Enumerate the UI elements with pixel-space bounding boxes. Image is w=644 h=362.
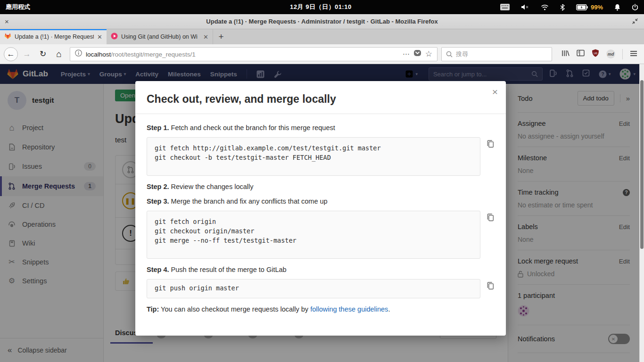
home-button[interactable]: ⌂	[52, 47, 66, 61]
window-title: Update a (!1) · Merge Requests · Adminis…	[206, 18, 438, 25]
video-site-favicon	[111, 33, 118, 41]
new-tab-button[interactable]: +	[213, 29, 229, 44]
reload-button[interactable]: ↻	[36, 47, 50, 61]
url-bar[interactable]: localhost/root/testgit/merge_requests/1 …	[70, 47, 438, 61]
modal-close-button[interactable]: ×	[492, 86, 498, 98]
wifi-icon[interactable]	[541, 4, 549, 10]
system-clock[interactable]: 12月 9日（日）01:10	[290, 3, 352, 11]
volume-muted-icon[interactable]	[521, 4, 529, 10]
copy-icon[interactable]	[487, 213, 495, 223]
modal-title: Check out, review, and merge locally	[147, 93, 495, 106]
copy-icon[interactable]	[487, 281, 495, 292]
tab-gitlab-merge-request[interactable]: Update a (!1) · Merge Request ✕	[0, 29, 107, 44]
back-button[interactable]: ←	[4, 47, 18, 61]
window-close-button[interactable]: ×	[5, 18, 9, 25]
pocket-icon[interactable]	[413, 49, 421, 59]
url-path: /root/testgit/merge_requests/1	[111, 51, 195, 58]
tab-close-icon[interactable]: ✕	[203, 33, 208, 41]
copy-icon[interactable]	[487, 140, 495, 150]
browser-search-bar[interactable]	[441, 47, 552, 61]
code-block-merge[interactable]: git fetch origin git checkout origin/mas…	[147, 211, 480, 259]
gitlab-page: GitLab Projects▾ Groups▾ Activity Milest…	[0, 64, 644, 362]
browser-toolbar: ← → ↻ ⌂ localhost/root/testgit/merge_req…	[0, 44, 644, 64]
battery-indicator[interactable]: 99%	[576, 4, 603, 11]
keyboard-layout-icon[interactable]	[500, 4, 510, 10]
window-restore-button[interactable]	[632, 18, 638, 26]
page-actions-icon[interactable]: ⋯	[403, 50, 410, 58]
menu-icon[interactable]	[630, 50, 637, 58]
step-2: Step 2. Review the changes locally	[147, 183, 495, 190]
svg-text:U0: U0	[594, 52, 597, 55]
check-out-merge-modal: Check out, review, and merge locally × S…	[135, 81, 506, 336]
markdown-addon-icon[interactable]: md	[606, 49, 615, 58]
tab-using-git[interactable]: Using Git (and GitHub) on Wi ✕	[107, 29, 213, 44]
tab-bar: Update a (!1) · Merge Request ✕ Using Gi…	[0, 29, 644, 44]
step-4: Step 4. Push the result of the merge to …	[147, 266, 495, 273]
tab-title: Using Git (and GitHub) on Wi	[121, 33, 200, 40]
guidelines-link[interactable]: following these guidelines	[310, 305, 388, 313]
code-block-fetch-checkout[interactable]: git fetch http://gitlab.example.com/test…	[147, 137, 480, 176]
bookmark-star-icon[interactable]: ☆	[425, 49, 432, 59]
battery-percent: 99%	[591, 4, 603, 11]
tip-text: Tip: You can also checkout merge request…	[147, 305, 495, 313]
forward-button[interactable]: →	[20, 47, 34, 61]
scrollbar-thumb[interactable]	[640, 80, 644, 249]
code-block-push[interactable]: git push origin master	[147, 279, 480, 298]
url-host: localhost	[86, 51, 111, 58]
bluetooth-icon[interactable]	[560, 4, 565, 11]
tab-title: Update a (!1) · Merge Request	[15, 33, 94, 40]
system-top-bar: 應用程式 12月 9日（日）01:10 99%	[0, 0, 644, 14]
notifications-bell-icon[interactable]	[614, 4, 620, 11]
tab-close-icon[interactable]: ✕	[97, 33, 102, 41]
site-info-icon[interactable]	[75, 49, 82, 58]
search-input[interactable]	[456, 50, 527, 58]
power-icon[interactable]	[632, 4, 638, 11]
page-scrollbar[interactable]	[639, 64, 644, 362]
gitlab-favicon	[4, 33, 11, 41]
sidebars-icon[interactable]	[577, 49, 585, 58]
search-icon	[446, 51, 453, 58]
ublock-icon[interactable]: U0	[592, 49, 599, 59]
applications-menu[interactable]: 應用程式	[6, 3, 30, 11]
step-3: Step 3. Merge the branch and fix any con…	[147, 197, 495, 205]
step-1: Step 1. Fetch and check out the branch f…	[147, 124, 495, 132]
window-titlebar: × Update a (!1) · Merge Requests · Admin…	[0, 14, 644, 29]
library-icon[interactable]	[561, 49, 570, 59]
